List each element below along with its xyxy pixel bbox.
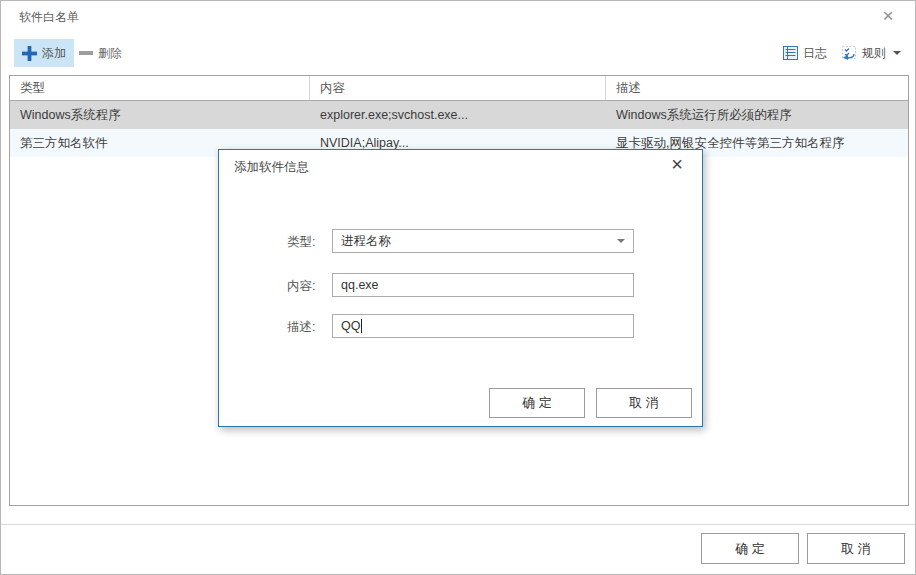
minus-icon — [79, 51, 93, 55]
desc-input-value: QQ — [341, 319, 360, 333]
text-caret — [361, 319, 362, 333]
chevron-down-icon — [893, 51, 901, 55]
toolbar: 添加 删除 日志 — [1, 39, 915, 69]
log-button-label: 日志 — [803, 45, 827, 62]
type-field-label: 类型: — [287, 234, 327, 251]
rules-checklist-icon — [841, 46, 857, 61]
add-software-dialog: 添加软件信息 × 类型: 进程名称 内容: qq.exe 描述: QQ 确 定 … — [218, 149, 703, 427]
table-row[interactable]: Windows系统程序 explorer.exe;svchost.exe... … — [10, 101, 908, 129]
delete-button-label: 删除 — [98, 45, 122, 62]
log-button[interactable]: 日志 — [783, 45, 827, 62]
cell-type: Windows系统程序 — [10, 101, 310, 129]
column-header-content[interactable]: 内容 — [310, 76, 606, 100]
software-whitelist-window: 软件白名单 × 添加 删除 — [0, 0, 916, 575]
delete-button[interactable]: 删除 — [71, 39, 130, 67]
rules-button-label: 规则 — [862, 45, 886, 62]
dropdown-arrow-icon — [617, 239, 625, 243]
footer-divider — [1, 524, 915, 525]
plus-icon — [22, 46, 37, 61]
type-dropdown[interactable]: 进程名称 — [332, 229, 634, 253]
add-button-label: 添加 — [42, 45, 66, 62]
column-header-desc[interactable]: 描述 — [606, 76, 908, 100]
dialog-ok-button[interactable]: 确 定 — [489, 388, 585, 418]
content-input[interactable]: qq.exe — [332, 273, 634, 297]
window-title: 软件白名单 — [19, 9, 79, 26]
desc-input[interactable]: QQ — [332, 314, 634, 338]
dialog-cancel-button[interactable]: 取 消 — [596, 388, 692, 418]
content-input-value: qq.exe — [341, 278, 379, 292]
cell-desc: Windows系统运行所必须的程序 — [606, 101, 908, 129]
table-header: 类型 内容 描述 — [10, 76, 908, 101]
cancel-button[interactable]: 取 消 — [807, 533, 905, 564]
rules-button[interactable]: 规则 — [841, 45, 901, 62]
dialog-title: 添加软件信息 — [234, 159, 309, 176]
dialog-close-icon[interactable]: × — [666, 152, 688, 176]
log-icon — [783, 46, 798, 60]
ok-button[interactable]: 确 定 — [701, 533, 799, 564]
content-field-label: 内容: — [287, 278, 327, 295]
cell-content: explorer.exe;svchost.exe... — [310, 101, 606, 129]
desc-field-label: 描述: — [287, 319, 327, 336]
window-close-icon[interactable]: × — [877, 5, 899, 27]
type-dropdown-value: 进程名称 — [341, 233, 391, 250]
add-button[interactable]: 添加 — [14, 39, 74, 67]
column-header-type[interactable]: 类型 — [10, 76, 310, 100]
